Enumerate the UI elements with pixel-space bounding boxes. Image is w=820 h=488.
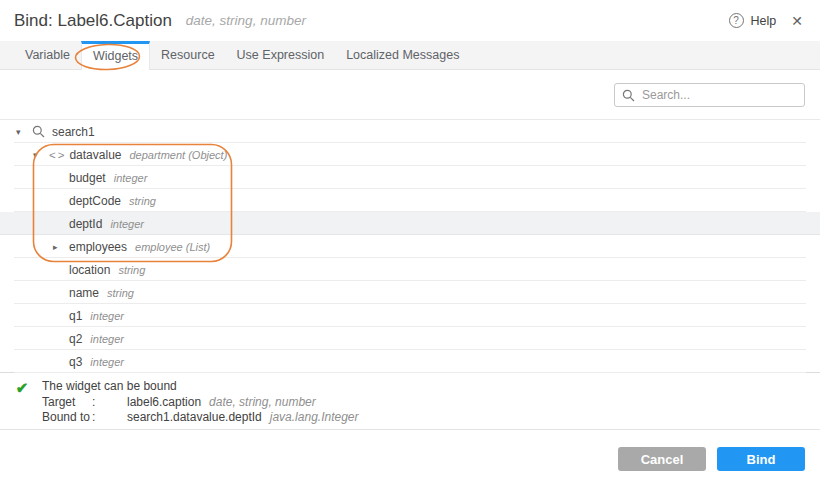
search-section <box>0 70 820 120</box>
status-row-separator: : <box>92 410 127 426</box>
close-icon[interactable]: ✕ <box>789 11 805 31</box>
bind-status: ✔ The widget can be bound Target:label6.… <box>0 373 820 430</box>
tree-row-employees[interactable]: ▸employeesemployee (List) <box>0 235 820 258</box>
status-row-type-hint: java.lang.Integer <box>270 410 359 424</box>
bind-button[interactable]: Bind <box>717 447 805 471</box>
tree-node-type: integer <box>90 333 124 345</box>
chevron-down-icon[interactable]: ▾ <box>33 150 49 160</box>
tree-node-type: string <box>107 287 134 299</box>
tree-node-label: location <box>69 263 110 277</box>
tree-node-type: integer <box>90 356 124 368</box>
tree-node-label: q3 <box>69 355 82 369</box>
tree-node-type: integer <box>90 310 124 322</box>
tree-node-type: integer <box>114 172 148 184</box>
status-message: The widget can be bound <box>42 379 359 395</box>
tree-row-deptCode[interactable]: deptCodestring <box>0 189 820 212</box>
tab-variable[interactable]: Variable <box>14 41 81 69</box>
status-row-value: search1.datavalue.deptId <box>127 410 262 424</box>
tree-node-label: datavalue <box>69 148 121 162</box>
check-icon: ✔ <box>10 379 34 429</box>
status-row-target: Target:label6.captiondate, string, numbe… <box>42 395 359 411</box>
status-row-bound-to: Bound to:search1.datavalue.deptIdjava.la… <box>42 410 359 426</box>
tree-node-type: integer <box>110 218 144 230</box>
help-button[interactable]: Help <box>751 14 777 28</box>
chevron-right-icon[interactable]: ▸ <box>53 242 69 252</box>
search-icon <box>32 125 45 138</box>
tree-node-label: budget <box>69 171 106 185</box>
status-row-label: Bound to <box>42 410 92 426</box>
tab-use-expression[interactable]: Use Expression <box>226 41 336 69</box>
dialog-footer: Cancel Bind <box>0 430 820 488</box>
search-input[interactable] <box>614 83 805 107</box>
tree-row-datavalue[interactable]: ▾<>datavaluedepartment (Object) <box>0 143 820 166</box>
header-actions: ? Help ✕ <box>729 11 805 31</box>
tree-row-q3[interactable]: q3integer <box>0 350 820 373</box>
search-box <box>614 83 805 107</box>
status-row-value: label6.caption <box>127 395 201 409</box>
tab-resource[interactable]: Resource <box>150 41 226 69</box>
widget-tree: ▾search1▾<>datavaluedepartment (Object)b… <box>0 120 820 373</box>
tree-node-label: q2 <box>69 332 82 346</box>
tree-row-search1[interactable]: ▾search1 <box>0 120 820 143</box>
dialog-title-type-hint: date, string, number <box>186 13 306 28</box>
dialog-title: Bind: Label6.Caption <box>14 11 172 31</box>
tree-row-q2[interactable]: q2integer <box>0 327 820 350</box>
status-row-label: Target <box>42 395 92 411</box>
status-row-separator: : <box>92 395 127 411</box>
tree-node-type: string <box>129 195 156 207</box>
code-icon: <> <box>49 149 66 161</box>
status-row-type-hint: date, string, number <box>209 395 316 409</box>
tree-node-label: deptCode <box>69 194 121 208</box>
tree-row-q1[interactable]: q1integer <box>0 304 820 327</box>
chevron-down-icon[interactable]: ▾ <box>16 127 32 137</box>
tab-localized-messages[interactable]: Localized Messages <box>335 41 470 69</box>
tree-node-label: q1 <box>69 309 82 323</box>
tree-node-label: employees <box>69 240 127 254</box>
tree-row-budget[interactable]: budgetinteger <box>0 166 820 189</box>
tree-node-type: employee (List) <box>135 241 210 253</box>
help-icon[interactable]: ? <box>729 13 744 28</box>
status-lines: The widget can be bound Target:label6.ca… <box>42 379 359 429</box>
tree-row-name[interactable]: namestring <box>0 281 820 304</box>
tree-node-label: name <box>69 286 99 300</box>
tab-widgets[interactable]: Widgets <box>81 41 150 70</box>
dialog-header: Bind: Label6.Caption date, string, numbe… <box>0 0 820 41</box>
tab-bar: VariableWidgetsResourceUse ExpressionLoc… <box>0 41 820 70</box>
tree-node-label: deptId <box>69 217 102 231</box>
tree-row-location[interactable]: locationstring <box>0 258 820 281</box>
cancel-button[interactable]: Cancel <box>618 447 706 471</box>
tree-row-deptId[interactable]: deptIdinteger <box>0 212 820 235</box>
tree-node-type: string <box>118 264 145 276</box>
tree-node-label: search1 <box>52 125 95 139</box>
tree-node-type: department (Object) <box>129 149 227 161</box>
